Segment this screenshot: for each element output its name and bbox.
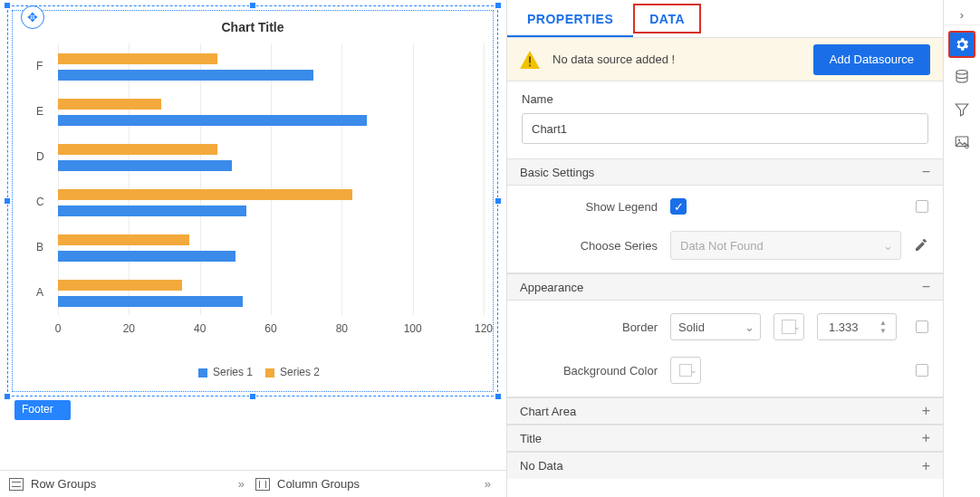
expand-icon: +: [922, 403, 930, 419]
bar-series-2: [58, 144, 217, 155]
section-nodata-title: No Data: [520, 459, 563, 473]
bg-color-picker[interactable]: ⌄: [670, 357, 701, 384]
border-style-value: Solid: [678, 320, 705, 334]
bar-series-1: [58, 296, 243, 307]
legend-label: Series 2: [280, 366, 320, 378]
resize-handle-e[interactable]: [495, 197, 502, 205]
bar-series-2: [58, 53, 217, 64]
tabs: PROPERTIES DATA: [507, 0, 943, 38]
show-legend-checkbox[interactable]: ✓: [670, 198, 687, 215]
section-chart-area-title: Chart Area: [520, 405, 576, 418]
y-axis-category: E: [36, 105, 43, 118]
y-axis-category: D: [36, 150, 44, 163]
chart-inner: Chart Title 020406080100120ABCDEF Series…: [12, 10, 494, 392]
bg-color-label: Background Color: [522, 364, 658, 378]
border-width-value: 1.333: [829, 320, 859, 334]
section-title-head[interactable]: Title +: [507, 425, 943, 452]
rail-properties-button[interactable]: [948, 31, 975, 58]
chart-title: Chart Title: [13, 11, 493, 40]
bar-series-1: [58, 205, 246, 216]
x-axis-tick: 0: [55, 322, 62, 335]
resize-handle-ne[interactable]: [495, 2, 502, 9]
x-axis-tick: 100: [404, 322, 422, 335]
properties-panel: PROPERTIES DATA No data source added ! A…: [507, 0, 944, 497]
advanced-toggle[interactable]: [916, 320, 928, 333]
resize-handle-w[interactable]: [4, 197, 11, 205]
svg-rect-1: [529, 64, 531, 66]
name-block: Name: [507, 81, 943, 158]
tab-data[interactable]: DATA: [633, 4, 701, 33]
collapse-icon: −: [922, 164, 930, 180]
edit-icon[interactable]: [914, 238, 928, 253]
row-groups-label: Row Groups: [31, 477, 96, 491]
expand-icon: +: [922, 430, 930, 446]
bar-series-1: [58, 70, 313, 81]
tab-properties[interactable]: PROPERTIES: [507, 0, 633, 37]
section-appearance-head[interactable]: Appearance −: [507, 273, 943, 301]
advanced-toggle[interactable]: [916, 200, 928, 213]
spin-down-icon[interactable]: ▼: [879, 327, 892, 335]
border-row: Border Solid ⌄ ⌄ 1.333 ▲▼: [522, 313, 928, 340]
row-groups[interactable]: Row Groups »: [9, 477, 245, 491]
design-area: ✥ Chart Title 020406080100120ABCDEF Seri…: [0, 0, 507, 497]
border-style-select[interactable]: Solid ⌄: [670, 313, 761, 340]
y-axis-category: C: [36, 196, 44, 208]
chevron-down-icon: ⌄: [745, 320, 754, 334]
bar-series-1: [58, 160, 232, 171]
svg-rect-0: [529, 56, 531, 62]
column-groups[interactable]: Column Groups »: [255, 477, 491, 491]
column-groups-label: Column Groups: [277, 477, 360, 491]
section-chart-area-head[interactable]: Chart Area +: [507, 397, 943, 425]
chart-selection[interactable]: ✥ Chart Title 020406080100120ABCDEF Seri…: [7, 5, 498, 397]
spin-up-icon[interactable]: ▲: [879, 319, 892, 327]
resize-handle-sw[interactable]: [4, 393, 11, 400]
chart-legend: Series 1Series 2: [13, 366, 493, 378]
rail-collapse-button[interactable]: ›: [944, 5, 980, 25]
bar-series-1: [58, 115, 367, 126]
border-width-input[interactable]: 1.333 ▲▼: [817, 313, 897, 340]
resize-handle-n[interactable]: [249, 2, 256, 9]
rail-filter-button[interactable]: [948, 96, 975, 123]
border-color-picker[interactable]: ⌄: [773, 313, 804, 340]
name-input[interactable]: [522, 113, 928, 144]
bar-series-2: [58, 99, 161, 110]
collapse-icon: −: [922, 279, 930, 295]
resize-handle-se[interactable]: [495, 393, 502, 400]
alert-message: No data source added !: [552, 53, 801, 66]
show-legend-row: Show Legend ✓: [522, 198, 928, 215]
resize-handle-nw[interactable]: [4, 2, 11, 9]
canvas[interactable]: ✥ Chart Title 020406080100120ABCDEF Seri…: [0, 0, 506, 470]
chevron-down-icon: ⌄: [793, 322, 801, 331]
chevron-icon: »: [485, 477, 491, 491]
advanced-toggle[interactable]: [916, 364, 928, 377]
y-axis-category: A: [36, 286, 43, 299]
section-basic: Basic Settings − Show Legend ✓ Choose Se…: [507, 158, 943, 273]
columns-icon: [255, 478, 270, 491]
legend-swatch: [198, 368, 207, 378]
move-handle-icon[interactable]: ✥: [21, 5, 44, 29]
choose-series-select[interactable]: Data Not Found ⌄: [670, 231, 901, 260]
choose-series-row: Choose Series Data Not Found ⌄: [522, 231, 928, 260]
section-basic-head[interactable]: Basic Settings −: [507, 158, 943, 186]
rail-data-button[interactable]: [948, 63, 975, 91]
footer-region[interactable]: Footer: [14, 400, 71, 420]
resize-handle-s[interactable]: [249, 393, 256, 400]
border-label: Border: [522, 320, 658, 334]
legend-label: Series 1: [213, 366, 253, 378]
x-axis-tick: 60: [264, 322, 276, 335]
add-datasource-button[interactable]: Add Datasource: [813, 44, 930, 75]
section-nodata-head[interactable]: No Data +: [507, 452, 943, 479]
chevron-icon: »: [238, 477, 245, 491]
bar-series-2: [58, 234, 189, 245]
legend-swatch: [265, 368, 274, 378]
bar-series-1: [58, 251, 235, 262]
bg-color-row: Background Color ⌄: [522, 357, 928, 384]
warning-icon: [520, 51, 540, 69]
bar-series-2: [58, 189, 352, 200]
x-axis-tick: 20: [123, 322, 135, 335]
rail-image-button[interactable]: [948, 129, 975, 156]
svg-point-4: [958, 139, 960, 141]
name-label: Name: [522, 92, 928, 106]
chart-plot: 020406080100120ABCDEF: [58, 43, 484, 315]
x-axis-tick: 80: [336, 322, 348, 335]
